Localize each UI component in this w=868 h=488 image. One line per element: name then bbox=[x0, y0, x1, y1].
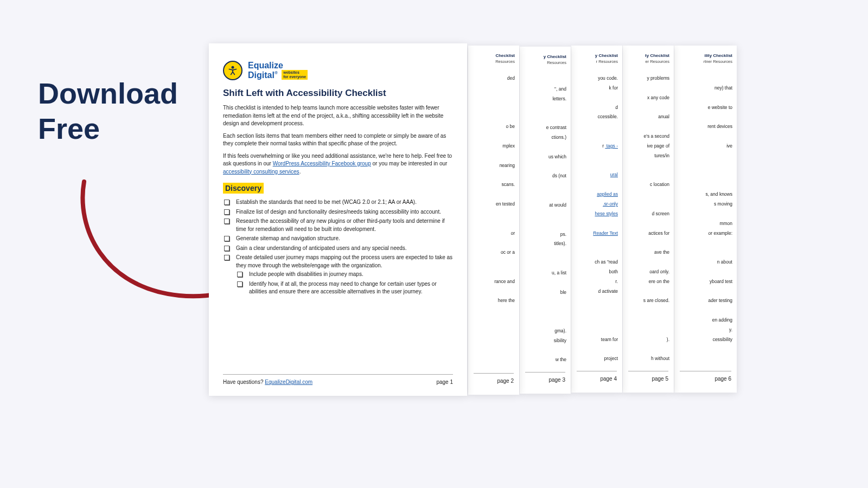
intro-paragraph-3: If this feels overwhelming or like you n… bbox=[223, 152, 453, 176]
discovery-checklist: Establish the standards that need to be … bbox=[223, 198, 453, 296]
intro-paragraph-1: This checklist is intended to help teams… bbox=[223, 104, 453, 128]
page-preview-4: y Checklist r Resources you code. k for … bbox=[571, 46, 622, 393]
page-number: page 6 bbox=[714, 376, 731, 382]
page-stack: Checklist Resources ded o be mplex neari… bbox=[209, 43, 746, 401]
checklist-item: Research the accessibility of any new pl… bbox=[223, 217, 453, 233]
download-cta: DownloadFree bbox=[38, 76, 201, 146]
page-preview-3: y Checklist Resources ", and letters. e … bbox=[520, 47, 571, 394]
accessibility-person-icon bbox=[223, 61, 242, 80]
intro-paragraph-2: Each section lists items that team membe… bbox=[223, 132, 453, 148]
page-number: page 4 bbox=[600, 376, 617, 382]
page-preview-2: Checklist Resources ded o be mplex neari… bbox=[468, 46, 519, 395]
brand-logo: Equalize Digital® websitesfor everyone bbox=[223, 61, 453, 80]
footer-site-link[interactable]: EqualizeDigital.com bbox=[265, 379, 312, 385]
cta-heading: DownloadFree bbox=[38, 76, 201, 146]
svg-point-0 bbox=[232, 67, 233, 68]
section-heading-discovery: Discovery bbox=[223, 183, 264, 194]
checklist-item: Create detailed user journey maps mappin… bbox=[223, 254, 453, 296]
page-number: page 1 bbox=[436, 379, 453, 385]
page-preview-5: ty Checklist er Resources y problems x a… bbox=[623, 46, 674, 393]
checklist-item: Finalize list of design and functionalit… bbox=[223, 208, 453, 216]
document-title: Shift Left with Accessibility Checklist bbox=[223, 88, 453, 99]
page-number: page 3 bbox=[548, 377, 565, 383]
checklist-item: Establish the standards that need to be … bbox=[223, 198, 453, 207]
page-2-fragments: ded o be mplex nearing scans. en tested … bbox=[473, 74, 515, 306]
checklist-subitem: Include people with disabilities in jour… bbox=[236, 271, 453, 279]
page-preview-6: ility Checklist rtner Resources ney) tha… bbox=[674, 46, 737, 393]
facebook-group-link[interactable]: WordPress Accessibility Facebook group bbox=[273, 160, 371, 166]
page-1: Equalize Digital® websitesfor everyone S… bbox=[209, 43, 467, 396]
checklist-item: Generate sitemap and navigation structur… bbox=[223, 235, 453, 243]
page-number: page 2 bbox=[497, 378, 514, 384]
consulting-link[interactable]: accessibility consulting services bbox=[223, 169, 299, 175]
page-footer: Have questions? EqualizeDigital.com page… bbox=[223, 374, 453, 385]
discovery-sub-checklist: Include people with disabilities in jour… bbox=[236, 271, 453, 296]
checklist-item: Gain a clear understanding of anticipate… bbox=[223, 245, 453, 253]
page-number: page 5 bbox=[652, 376, 668, 382]
checklist-subitem: Identify how, if at all, the process may… bbox=[236, 280, 453, 296]
